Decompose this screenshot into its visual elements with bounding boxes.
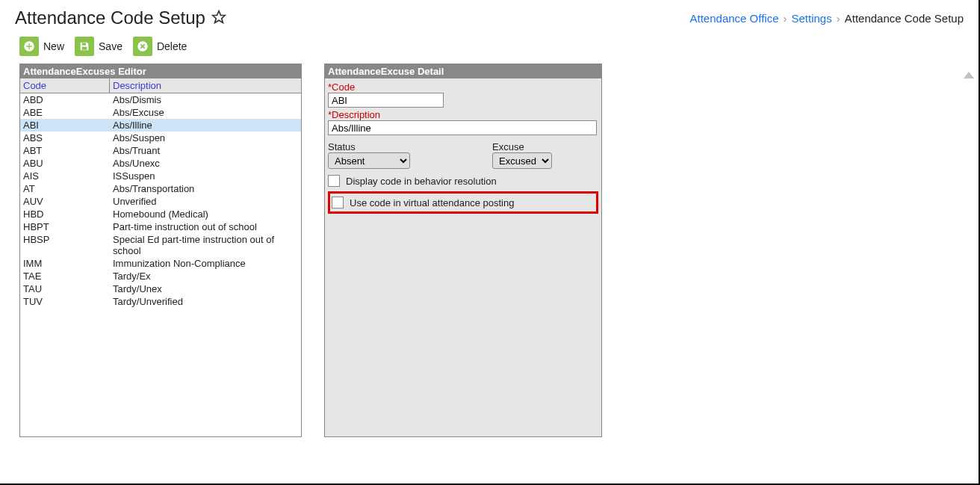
- table-row[interactable]: TAUTardy/Unex: [20, 282, 301, 295]
- virtual-attendance-checkbox[interactable]: [332, 197, 344, 208]
- row-description: Abs/Truant: [110, 144, 301, 157]
- table-row[interactable]: TAETardy/Ex: [20, 270, 301, 282]
- code-input[interactable]: [328, 93, 444, 108]
- row-description: Abs/Excuse: [110, 106, 301, 119]
- display-behavior-checkbox-row[interactable]: Display code in behavior resolution: [328, 173, 598, 188]
- column-header-code[interactable]: Code: [20, 78, 110, 93]
- table-row[interactable]: IMMImmunization Non-Compliance: [20, 257, 301, 270]
- row-description: Tardy/Unverified: [110, 295, 301, 308]
- row-description: Unverified: [110, 195, 301, 208]
- svg-rect-3: [26, 46, 32, 46]
- description-input[interactable]: [328, 120, 597, 135]
- svg-rect-5: [82, 47, 87, 50]
- row-code: ABT: [20, 144, 110, 157]
- row-description: Tardy/Unex: [110, 282, 301, 295]
- row-code: AUV: [20, 195, 110, 208]
- chevron-right-icon: ›: [837, 12, 840, 25]
- row-description: ISSuspen: [110, 170, 301, 182]
- display-behavior-label: Display code in behavior resolution: [346, 176, 497, 187]
- save-button-label: Save: [99, 40, 122, 52]
- row-code: ABE: [20, 106, 110, 119]
- detail-panel-header: AttendanceExcuse Detail: [325, 64, 601, 78]
- row-code: ABI: [20, 119, 110, 132]
- delete-button-label: Delete: [157, 40, 187, 52]
- svg-rect-4: [82, 43, 86, 45]
- row-description: Abs/Dismis: [110, 93, 301, 106]
- display-behavior-checkbox[interactable]: [328, 175, 340, 187]
- breadcrumb-link-2[interactable]: Settings: [792, 12, 832, 25]
- attendance-excuses-editor-panel: AttendanceExcuses Editor Code Descriptio…: [19, 64, 302, 437]
- table-row[interactable]: TUVTardy/Unverified: [20, 295, 301, 308]
- scroll-up-icon[interactable]: [964, 72, 974, 82]
- attendance-excuse-detail-panel: AttendanceExcuse Detail *Code *Descripti…: [324, 64, 602, 437]
- row-code: ABS: [20, 132, 110, 144]
- svg-marker-0: [213, 10, 226, 22]
- table-row[interactable]: HBPTPart-time instruction out of school: [20, 220, 301, 233]
- table-row[interactable]: ABDAbs/Dismis: [20, 93, 301, 106]
- highlighted-option: Use code in virtual attendance posting: [328, 191, 598, 214]
- table-row[interactable]: ABSAbs/Suspen: [20, 132, 301, 144]
- row-code: HBSP: [20, 233, 110, 257]
- row-description: Special Ed part-time instruction out of …: [110, 233, 301, 257]
- table-row[interactable]: HBSPSpecial Ed part-time instruction out…: [20, 233, 301, 257]
- row-description: Abs/Illine: [110, 119, 301, 132]
- table-row[interactable]: HBDHomebound (Medical): [20, 208, 301, 220]
- excuse-field-label: Excuse: [492, 141, 552, 152]
- row-description: Abs/Transportation: [110, 182, 301, 195]
- table-row[interactable]: ABUAbs/Unexc: [20, 157, 301, 170]
- breadcrumb-link-1[interactable]: Attendance Office: [690, 12, 779, 25]
- virtual-attendance-checkbox-row[interactable]: Use code in virtual attendance posting: [332, 195, 595, 210]
- row-code: ABU: [20, 157, 110, 170]
- status-select[interactable]: Absent: [328, 152, 410, 169]
- save-icon: [75, 37, 94, 56]
- row-code: HBPT: [20, 220, 110, 233]
- editor-panel-header: AttendanceExcuses Editor: [20, 64, 301, 78]
- row-code: HBD: [20, 208, 110, 220]
- editor-table-body[interactable]: ABDAbs/DismisABEAbs/ExcuseABIAbs/IllineA…: [20, 93, 301, 436]
- row-description: Part-time instruction out of school: [110, 220, 301, 233]
- row-code: TAE: [20, 270, 110, 282]
- table-row[interactable]: AUVUnverified: [20, 195, 301, 208]
- plus-circle-icon: [19, 37, 39, 56]
- column-header-description[interactable]: Description: [110, 78, 301, 93]
- row-description: Abs/Suspen: [110, 132, 301, 144]
- delete-button[interactable]: Delete: [133, 37, 187, 56]
- page-title: Attendance Code Setup: [15, 7, 205, 28]
- new-button[interactable]: New: [19, 37, 64, 56]
- row-code: ABD: [20, 93, 110, 106]
- status-field-label: Status: [328, 141, 410, 152]
- row-description: Immunization Non-Compliance: [110, 257, 301, 270]
- table-row[interactable]: ABTAbs/Truant: [20, 144, 301, 157]
- table-row[interactable]: ABIAbs/Illine: [20, 119, 301, 132]
- code-field-label: *Code: [328, 81, 598, 93]
- close-circle-icon: [133, 37, 152, 56]
- virtual-attendance-label: Use code in virtual attendance posting: [350, 197, 514, 208]
- row-description: Tardy/Ex: [110, 270, 301, 282]
- new-button-label: New: [43, 40, 64, 52]
- row-description: Abs/Unexc: [110, 157, 301, 170]
- row-description: Homebound (Medical): [110, 208, 301, 220]
- row-code: AT: [20, 182, 110, 195]
- chevron-right-icon: ›: [784, 12, 787, 25]
- table-row[interactable]: ATAbs/Transportation: [20, 182, 301, 195]
- favorite-star-icon[interactable]: [211, 10, 226, 27]
- table-row[interactable]: AISISSuspen: [20, 170, 301, 182]
- breadcrumb: Attendance Office › Settings › Attendanc…: [690, 12, 964, 25]
- table-row[interactable]: ABEAbs/Excuse: [20, 106, 301, 119]
- row-code: IMM: [20, 257, 110, 270]
- save-button[interactable]: Save: [75, 37, 122, 56]
- breadcrumb-current: Attendance Code Setup: [845, 12, 964, 25]
- description-field-label: *Description: [328, 109, 598, 120]
- row-code: TUV: [20, 295, 110, 308]
- excuse-select[interactable]: Excused: [492, 152, 552, 169]
- row-code: AIS: [20, 170, 110, 182]
- row-code: TAU: [20, 282, 110, 295]
